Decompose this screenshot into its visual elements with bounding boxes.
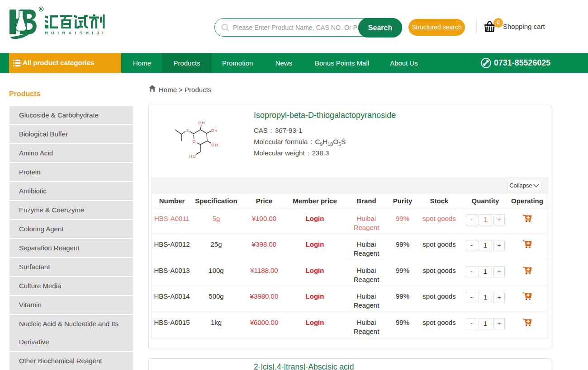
svg-text:OH: OH	[198, 121, 205, 125]
svg-text:R: R	[40, 7, 43, 11]
svg-text:OH: OH	[211, 143, 218, 147]
svg-text:HO: HO	[189, 154, 196, 159]
svg-text:HUIBAISHIJI: HUIBAISHIJI	[45, 31, 106, 35]
svg-text:S: S	[186, 128, 189, 133]
svg-text:O: O	[192, 139, 195, 144]
svg-text:OH: OH	[211, 128, 218, 133]
